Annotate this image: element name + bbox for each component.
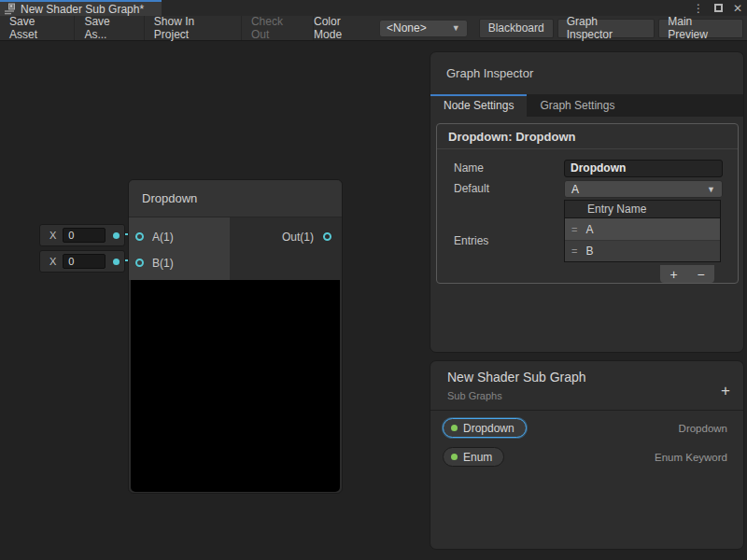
output-port-icon[interactable] xyxy=(323,232,331,241)
blackboard-item-type: Enum Keyword xyxy=(655,452,727,463)
close-icon[interactable]: ✕ xyxy=(733,2,742,15)
axis-label: X xyxy=(49,256,56,267)
input-port-a-label: A(1) xyxy=(152,230,174,245)
document-tab[interactable]: New Shader Sub Graph* xyxy=(0,0,162,16)
remove-entry-button[interactable]: − xyxy=(697,267,704,282)
node-preview xyxy=(131,280,340,492)
input-port-b-icon[interactable] xyxy=(135,259,144,267)
float-value-field[interactable]: 0 xyxy=(63,254,106,269)
check-out-button: Check Out xyxy=(242,16,314,40)
drag-handle-icon[interactable]: = xyxy=(571,224,577,235)
subgraph-asset-icon xyxy=(4,3,16,15)
tab-title: New Shader Sub Graph* xyxy=(21,3,144,16)
blackboard-header: New Shader Sub Graph Sub Graphs + xyxy=(430,361,743,411)
blackboard-subtitle: Sub Graphs xyxy=(447,390,502,401)
entries-header: Entry Name xyxy=(565,201,720,218)
entry-row-b[interactable]: = B xyxy=(565,240,720,261)
blackboard-panel[interactable]: New Shader Sub Graph Sub Graphs + Dropdo… xyxy=(430,360,744,550)
drag-handle-icon[interactable]: = xyxy=(571,245,577,257)
graph-inspector-toggle-button[interactable]: Graph Inspector xyxy=(557,19,655,38)
main-preview-toggle-button[interactable]: Main Preview xyxy=(658,19,743,38)
default-value: A xyxy=(571,183,579,196)
blackboard-item-dropdown[interactable]: Dropdown xyxy=(443,418,527,438)
entry-name: A xyxy=(585,223,593,236)
save-as-button[interactable]: Save As... xyxy=(75,16,144,40)
add-property-button[interactable]: + xyxy=(721,382,730,400)
float-input-a[interactable]: X 0 xyxy=(39,224,125,246)
axis-label: X xyxy=(49,230,56,241)
entries-list-footer: + − xyxy=(660,265,714,283)
blackboard-item-enum[interactable]: Enum xyxy=(443,447,504,467)
add-entry-button[interactable]: + xyxy=(669,267,677,282)
blackboard-item-type: Dropdown xyxy=(679,423,727,434)
shader-graph-window: New Shader Sub Graph* ⋮ ✕ Save Asset Sav… xyxy=(0,0,747,560)
show-in-project-button[interactable]: Show In Project xyxy=(145,16,242,40)
inspector-tabs: Node Settings Graph Settings xyxy=(430,94,743,117)
entries-list: Entry Name = A = B xyxy=(564,200,721,262)
node-title[interactable]: Dropdown xyxy=(129,180,342,217)
color-mode-value: <None> xyxy=(387,21,427,35)
input-port-b-label: B(1) xyxy=(152,256,174,271)
section-title: Dropdown: Dropdown xyxy=(437,124,738,149)
keyword-dot-icon xyxy=(451,454,458,460)
titlebar: New Shader Sub Graph* ⋮ ✕ xyxy=(0,0,747,16)
inspector-title: Graph Inspector xyxy=(430,52,743,94)
blackboard-item-name: Dropdown xyxy=(463,422,514,435)
output-port-dot[interactable] xyxy=(113,259,120,265)
dropdown-node[interactable]: Dropdown A(1) B(1) Out(1) xyxy=(128,179,343,494)
graph-inspector-panel[interactable]: Graph Inspector Node Settings Graph Sett… xyxy=(430,51,744,353)
toolbar: Save Asset Save As... Show In Project Ch… xyxy=(0,16,747,41)
keyword-dot-icon xyxy=(451,425,458,431)
output-port-label: Out(1) xyxy=(282,230,314,245)
default-dropdown[interactable]: A ▼ xyxy=(564,180,723,198)
chevron-down-icon: ▼ xyxy=(707,185,715,194)
node-settings-section: Dropdown: Dropdown Name Dropdown Default… xyxy=(436,123,739,284)
graph-canvas[interactable]: X 0 X 0 Dropdown A(1) B(1) Out(1) xyxy=(0,41,747,560)
name-input[interactable]: Dropdown xyxy=(564,160,723,177)
color-mode-dropdown[interactable]: <None> ▼ xyxy=(379,20,468,37)
float-value-field[interactable]: 0 xyxy=(63,228,106,243)
more-icon[interactable]: ⋮ xyxy=(693,2,704,15)
blackboard-title: New Shader Sub Graph xyxy=(447,370,586,385)
name-label: Name xyxy=(454,161,484,176)
entry-name: B xyxy=(585,245,593,258)
maximize-icon[interactable] xyxy=(714,4,723,12)
color-mode-label: Color Mode xyxy=(314,15,371,41)
save-asset-button[interactable]: Save Asset xyxy=(0,16,75,40)
tab-node-settings[interactable]: Node Settings xyxy=(430,94,527,117)
chevron-down-icon: ▼ xyxy=(452,23,460,33)
entry-row-a[interactable]: = A xyxy=(565,218,720,240)
node-input-column xyxy=(129,217,230,280)
output-port-dot[interactable] xyxy=(113,232,120,239)
float-input-b[interactable]: X 0 xyxy=(39,250,125,273)
input-port-a-icon[interactable] xyxy=(135,232,144,241)
blackboard-item-name: Enum xyxy=(463,451,492,464)
tab-graph-settings[interactable]: Graph Settings xyxy=(527,94,627,117)
blackboard-toggle-button[interactable]: Blackboard xyxy=(479,19,554,38)
default-label: Default xyxy=(454,182,489,197)
entries-label: Entries xyxy=(454,234,488,249)
